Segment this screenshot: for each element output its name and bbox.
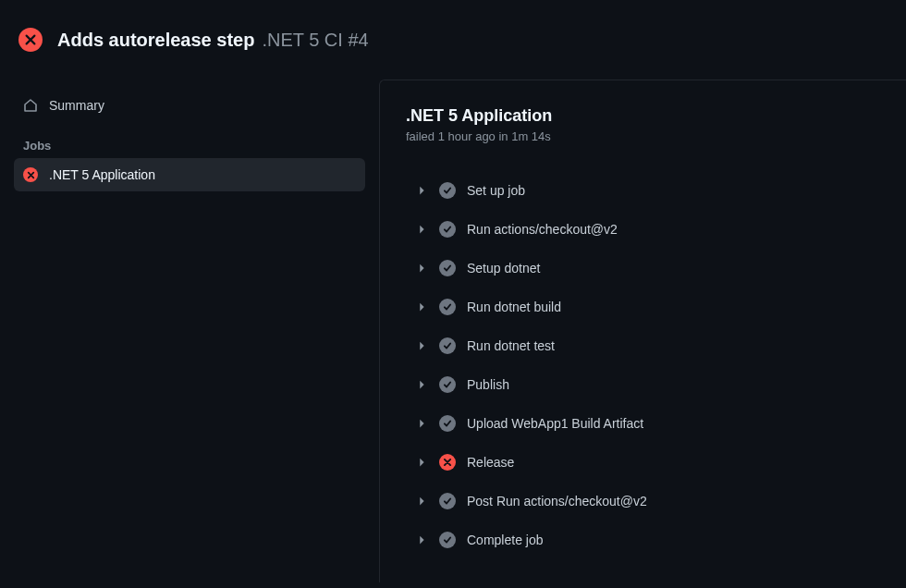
step-row[interactable]: Post Run actions/checkout@v2 — [380, 482, 906, 521]
chevron-right-icon — [415, 456, 428, 469]
step-label: Post Run actions/checkout@v2 — [467, 494, 647, 508]
step-label: Release — [467, 455, 514, 470]
check-circle-icon — [439, 299, 456, 315]
chevron-right-icon — [415, 417, 428, 430]
step-row[interactable]: Upload WebApp1 Build Artifact — [380, 404, 906, 443]
sidebar: Summary Jobs .NET 5 Application — [0, 80, 379, 582]
step-label: Set up job — [467, 183, 525, 198]
sidebar-item-label: Summary — [49, 98, 104, 113]
chevron-right-icon — [415, 339, 428, 352]
job-panel: .NET 5 Application failed 1 hour ago in … — [379, 80, 906, 582]
check-circle-icon — [439, 493, 456, 509]
step-label: Publish — [467, 377, 509, 392]
check-circle-icon — [439, 182, 456, 199]
check-circle-icon — [439, 260, 456, 276]
chevron-right-icon — [415, 262, 428, 275]
check-circle-icon — [439, 337, 456, 354]
workflow-run-number[interactable]: .NET 5 CI #4 — [262, 30, 368, 51]
run-status-fail-icon — [18, 28, 43, 52]
job-status-line: failed 1 hour ago in 1m 14s — [406, 129, 880, 143]
x-circle-icon — [439, 454, 456, 471]
chevron-right-icon — [415, 223, 428, 236]
check-circle-icon — [439, 532, 456, 548]
sidebar-item-job[interactable]: .NET 5 Application — [14, 158, 365, 191]
step-row[interactable]: Complete job — [380, 521, 906, 559]
step-label: Run dotnet test — [467, 338, 555, 353]
step-row[interactable]: Run dotnet build — [380, 288, 906, 326]
check-circle-icon — [439, 376, 456, 393]
chevron-right-icon — [415, 300, 428, 313]
page-header: Adds autorelease step .NET 5 CI #4 — [0, 0, 906, 80]
breadcrumb: Adds autorelease step .NET 5 CI #4 — [57, 30, 369, 51]
home-icon — [23, 98, 38, 113]
step-row[interactable]: Run actions/checkout@v2 — [380, 210, 906, 249]
step-label: Run dotnet build — [467, 300, 561, 314]
chevron-right-icon — [415, 378, 428, 391]
run-title[interactable]: Adds autorelease step — [57, 30, 254, 51]
sidebar-item-summary[interactable]: Summary — [14, 89, 365, 122]
step-row[interactable]: Release — [380, 443, 906, 482]
job-title: .NET 5 Application — [406, 106, 880, 126]
step-row[interactable]: Publish — [380, 365, 906, 404]
check-circle-icon — [439, 221, 456, 238]
step-label: Upload WebApp1 Build Artifact — [467, 416, 643, 431]
chevron-right-icon — [415, 184, 428, 197]
chevron-right-icon — [415, 495, 428, 508]
step-row[interactable]: Set up job — [380, 171, 906, 210]
step-row[interactable]: Run dotnet test — [380, 326, 906, 365]
sidebar-section-jobs: Jobs — [14, 122, 365, 158]
check-circle-icon — [439, 415, 456, 432]
steps-list: Set up jobRun actions/checkout@v2Setup d… — [380, 153, 906, 559]
step-label: Setup dotnet — [467, 261, 540, 276]
x-circle-icon — [23, 167, 38, 182]
job-panel-header: .NET 5 Application failed 1 hour ago in … — [380, 106, 906, 153]
step-label: Complete job — [467, 533, 544, 547]
sidebar-item-label: .NET 5 Application — [49, 167, 155, 182]
chevron-right-icon — [415, 533, 428, 546]
step-label: Run actions/checkout@v2 — [467, 222, 618, 237]
step-row[interactable]: Setup dotnet — [380, 249, 906, 288]
